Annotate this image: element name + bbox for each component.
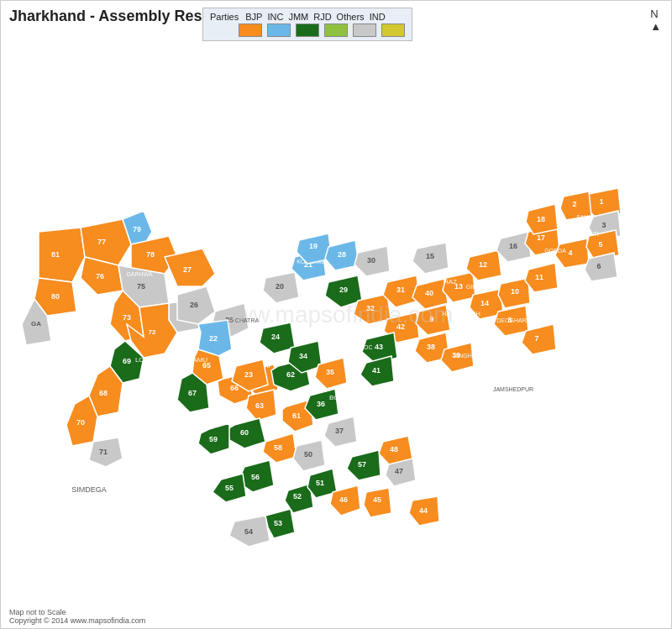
svg-text:6: 6 [596, 262, 601, 270]
svg-text:9: 9 [429, 315, 433, 323]
inc-color-box [267, 24, 291, 37]
svg-text:57: 57 [358, 460, 366, 469]
rjd-label: RJD [313, 12, 331, 22]
parties-label: Parties [210, 12, 239, 22]
legend-labels: Parties BJP INC JMM RJD Others IND [210, 12, 405, 22]
svg-text:44: 44 [419, 506, 428, 515]
svg-text:68: 68 [99, 389, 108, 397]
svg-text:42: 42 [396, 322, 405, 331]
svg-text:HAZ: HAZ [444, 278, 457, 286]
svg-text:55: 55 [225, 484, 234, 492]
svg-text:38: 38 [427, 343, 435, 351]
svg-text:16: 16 [509, 242, 517, 250]
svg-text:43: 43 [375, 343, 383, 351]
svg-text:HAZARIBAGH: HAZARIBAGH [442, 311, 480, 317]
svg-text:36: 36 [317, 400, 325, 408]
svg-text:34: 34 [299, 352, 307, 360]
legend: Parties BJP INC JMM RJD Others IND [202, 8, 412, 41]
svg-text:47: 47 [395, 467, 403, 475]
svg-text:23: 23 [244, 370, 253, 379]
svg-text:80: 80 [51, 292, 60, 301]
svg-text:17: 17 [537, 233, 545, 242]
svg-text:7: 7 [534, 334, 538, 343]
svg-text:LOHARDAGA: LOHARDAGA [135, 356, 178, 364]
svg-text:54: 54 [244, 527, 253, 536]
svg-text:GIR: GIR [466, 284, 476, 290]
others-color-box [353, 24, 376, 37]
svg-text:BOKARO: BOKARO [329, 394, 358, 401]
svg-text:SIMDEGA: SIMDEGA [71, 485, 107, 494]
footer: Map not to Scale Copyright © 2014 www.ma… [9, 608, 145, 625]
svg-text:PALAMU: PALAMU [181, 356, 208, 364]
svg-text:75: 75 [137, 282, 145, 291]
svg-text:2: 2 [572, 200, 576, 208]
svg-text:18: 18 [537, 215, 545, 223]
svg-marker-0 [39, 228, 85, 282]
ind-label: IND [370, 12, 386, 22]
svg-text:63: 63 [255, 401, 264, 410]
svg-text:5: 5 [598, 240, 602, 249]
ind-color-box [381, 24, 405, 37]
svg-text:26: 26 [190, 301, 198, 309]
svg-text:56: 56 [251, 473, 260, 481]
svg-text:46: 46 [339, 495, 348, 504]
svg-text:14: 14 [480, 299, 489, 307]
svg-text:10: 10 [511, 287, 519, 296]
bjp-color-box [239, 24, 262, 37]
svg-text:CHATRA: CHATRA [235, 317, 260, 323]
svg-text:1: 1 [599, 197, 603, 206]
svg-text:27: 27 [183, 265, 192, 274]
svg-text:HAZARIBAGH: HAZARIBAGH [454, 319, 492, 325]
legend-boxes [210, 24, 405, 37]
svg-text:GA: GA [31, 320, 41, 328]
svg-text:45: 45 [373, 495, 381, 504]
svg-text:JAMSHEDPUR: JAMSHEDPUR [493, 386, 533, 392]
map-area: 81 80 GA 77 79 76 78 75 73 [1, 64, 672, 593]
svg-text:SINGHBHUM: SINGHBHUM [454, 353, 490, 359]
footer-line1: Map not to Scale [9, 608, 145, 616]
svg-text:53: 53 [274, 519, 282, 527]
main-container: Jharkhand - Assembly Results 2014 Partie… [0, 0, 672, 629]
svg-text:76: 76 [96, 272, 104, 280]
svg-text:77: 77 [97, 238, 106, 246]
footer-line2: Copyright © 2014 www.mapsofindia.com [9, 616, 145, 625]
svg-text:78: 78 [146, 250, 155, 259]
svg-text:51: 51 [316, 479, 324, 487]
bjp-label: BJP [245, 12, 262, 22]
jmm-label: JMM [288, 12, 308, 22]
svg-text:22: 22 [209, 334, 218, 343]
svg-text:50: 50 [304, 450, 312, 459]
svg-text:19: 19 [309, 242, 318, 250]
svg-text:4: 4 [568, 249, 572, 257]
svg-text:79: 79 [133, 225, 141, 233]
svg-text:PAKUR: PAKUR [579, 231, 599, 237]
svg-text:48: 48 [390, 445, 398, 453]
svg-text:31: 31 [396, 286, 405, 294]
rjd-color-box [324, 24, 348, 37]
svg-text:WEST: WEST [247, 503, 266, 511]
svg-text:67: 67 [188, 389, 197, 397]
svg-text:62: 62 [286, 370, 295, 379]
svg-text:3: 3 [601, 221, 606, 229]
svg-text:58: 58 [274, 443, 282, 452]
map-svg: 81 80 GA 77 79 76 78 75 73 [1, 64, 672, 593]
svg-text:69: 69 [123, 357, 131, 365]
svg-text:BOC: BOC [360, 344, 372, 350]
svg-text:71: 71 [99, 448, 108, 456]
inc-label: INC [267, 12, 283, 22]
svg-text:73: 73 [123, 313, 131, 322]
svg-text:32: 32 [366, 304, 375, 312]
svg-text:GODDA: GODDA [544, 248, 566, 254]
svg-text:15: 15 [426, 252, 434, 260]
svg-text:GARHWA: GARHWA [126, 271, 153, 277]
svg-text:35: 35 [326, 368, 334, 376]
svg-text:61: 61 [292, 411, 301, 420]
north-arrow: N▲ [650, 8, 661, 33]
svg-text:37: 37 [335, 427, 344, 435]
svg-text:12: 12 [479, 260, 487, 269]
svg-text:11: 11 [535, 273, 543, 281]
svg-text:59: 59 [209, 435, 218, 443]
svg-text:30: 30 [367, 256, 375, 265]
svg-text:41: 41 [372, 366, 381, 375]
svg-text:24: 24 [271, 333, 280, 341]
